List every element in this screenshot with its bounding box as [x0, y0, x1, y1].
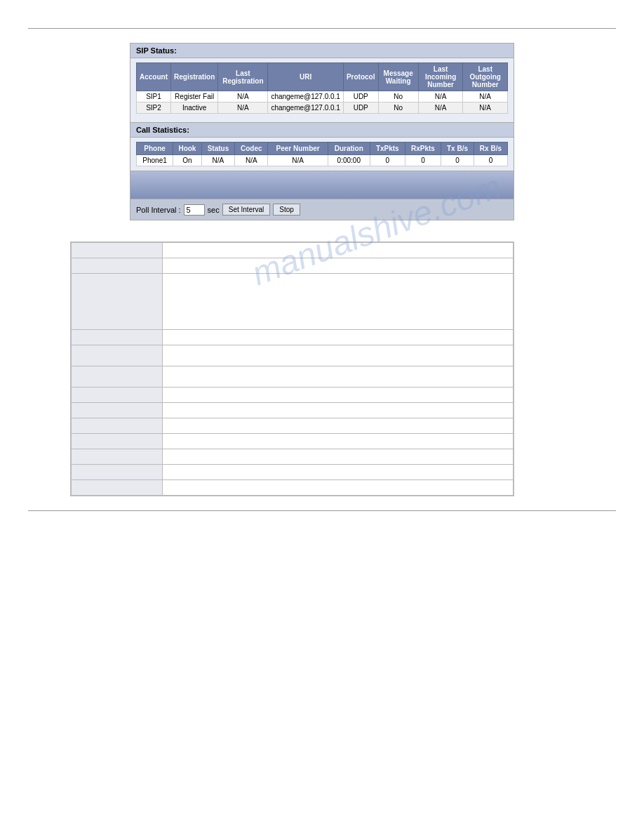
lower-table-cell-left: [72, 345, 163, 366]
call-table-cell: 0:00:00: [328, 155, 370, 166]
lower-table-cell-right: [163, 388, 514, 403]
call-table-cell: 0: [405, 155, 441, 166]
lower-table-cell-right: [163, 274, 514, 330]
sip-col-protocol: Protocol: [343, 63, 378, 91]
lower-table-cell-left: [72, 258, 163, 274]
sip-col-last-incoming: Last Incoming Number: [418, 63, 463, 91]
call-table-cell: 0: [370, 155, 405, 166]
lower-table-row: [72, 243, 514, 258]
sip-table-header-row: Account Registration Last Registration U…: [137, 63, 508, 91]
call-table-cell: Phone1: [137, 155, 173, 166]
lower-table-row: [72, 258, 514, 274]
sip-col-message-waiting: Message Waiting: [378, 63, 418, 91]
call-col-codec: Codec: [235, 143, 268, 155]
stop-button[interactable]: Stop: [273, 204, 300, 216]
sip-table-cell: N/A: [218, 91, 268, 102]
lower-table-row: [72, 274, 514, 330]
lower-table-cell-left: [72, 449, 163, 465]
lower-table-row: [72, 388, 514, 403]
lower-table-row: [72, 418, 514, 434]
lower-table-cell-right: [163, 403, 514, 418]
call-table-cell: On: [173, 155, 202, 166]
call-col-rxbs: Rx B/s: [474, 143, 507, 155]
poll-interval-bar: Poll Interval : sec Set Interval Stop: [130, 199, 514, 220]
lower-table-cell-left: [72, 418, 163, 434]
call-table-row: Phone1OnN/AN/AN/A0:00:000000: [137, 155, 508, 166]
lower-table-cell-left: [72, 330, 163, 345]
sip-table-cell: UDP: [343, 102, 378, 114]
sip-table-container: Account Registration Last Registration U…: [130, 58, 514, 118]
call-col-rxpkts: RxPkts: [405, 143, 441, 155]
sip-col-account: Account: [137, 63, 171, 91]
call-table: Phone Hook Status Codec Peer Number Dura…: [136, 142, 508, 166]
poll-interval-label: Poll Interval :: [136, 206, 181, 214]
sip-table-cell: N/A: [418, 102, 463, 114]
lower-table-row: [72, 480, 514, 496]
lower-table-cell-left: [72, 243, 163, 258]
sip-col-last-outgoing: Last Outgoing Number: [463, 63, 508, 91]
page-container: manualshive.com SIP Status: Account Regi…: [0, 0, 644, 834]
lower-table: [71, 242, 514, 496]
lower-table-cell-right: [163, 480, 514, 496]
lower-table-row: [72, 465, 514, 480]
lower-table-cell-left: [72, 366, 163, 388]
lower-table-row: [72, 434, 514, 449]
poll-interval-unit: sec: [208, 206, 220, 214]
call-statistics-header: Call Statistics:: [130, 122, 514, 138]
blue-gradient-area: [130, 171, 514, 199]
lower-table-cell-right: [163, 258, 514, 274]
lower-table-cell-right: [163, 243, 514, 258]
sip-table-body: SIP1Register FailN/Achangeme@127.0.0.1UD…: [137, 91, 508, 114]
set-interval-button[interactable]: Set Interval: [222, 204, 271, 216]
lower-table-row: [72, 366, 514, 388]
lower-table-row: [72, 403, 514, 418]
sip-table-cell: SIP2: [137, 102, 171, 114]
lower-table-container: [70, 241, 514, 496]
lower-table-cell-right: [163, 418, 514, 434]
lower-table-cell-right: [163, 345, 514, 366]
call-table-cell: N/A: [201, 155, 234, 166]
lower-table-cell-right: [163, 330, 514, 345]
poll-interval-input[interactable]: [184, 204, 205, 216]
sip-table-cell: SIP1: [137, 91, 171, 102]
lower-table-cell-left: [72, 480, 163, 496]
bottom-divider: [28, 510, 616, 511]
lower-table-cell-left: [72, 434, 163, 449]
sip-table-cell: Register Fail: [171, 91, 218, 102]
lower-table-cell-left: [72, 403, 163, 418]
lower-table-row: [72, 345, 514, 366]
sip-table-cell: No: [378, 91, 418, 102]
sip-table-row: SIP1Register FailN/Achangeme@127.0.0.1UD…: [137, 91, 508, 102]
sip-table-cell: UDP: [343, 91, 378, 102]
top-divider: [28, 28, 616, 29]
lower-table-cell-left: [72, 465, 163, 480]
sip-table-cell: N/A: [218, 102, 268, 114]
lower-table-cell-right: [163, 465, 514, 480]
lower-table-body: [72, 243, 514, 496]
lower-table-cell-right: [163, 366, 514, 388]
call-col-peer-number: Peer Number: [268, 143, 328, 155]
call-col-txbs: Tx B/s: [441, 143, 474, 155]
call-table-header-row: Phone Hook Status Codec Peer Number Dura…: [137, 143, 508, 155]
sip-table-row: SIP2InactiveN/Achangeme@127.0.0.1UDPNoN/…: [137, 102, 508, 114]
lower-table-cell-left: [72, 274, 163, 330]
lower-table-row: [72, 330, 514, 345]
sip-col-uri: URI: [268, 63, 344, 91]
call-table-cell: N/A: [235, 155, 268, 166]
lower-table-cell-right: [163, 449, 514, 465]
sip-col-registration: Registration: [171, 63, 218, 91]
sip-table-cell: N/A: [463, 91, 508, 102]
call-table-cell: N/A: [268, 155, 328, 166]
sip-table-cell: N/A: [463, 102, 508, 114]
call-table-cell: 0: [474, 155, 507, 166]
call-col-phone: Phone: [137, 143, 173, 155]
sip-table: Account Registration Last Registration U…: [136, 62, 508, 114]
call-table-cell: 0: [441, 155, 474, 166]
sip-table-cell: Inactive: [171, 102, 218, 114]
call-col-status: Status: [201, 143, 234, 155]
sip-table-cell: changeme@127.0.0.1: [268, 102, 344, 114]
lower-table-cell-right: [163, 434, 514, 449]
sip-table-cell: No: [378, 102, 418, 114]
call-col-duration: Duration: [328, 143, 370, 155]
sip-col-last-registration: Last Registration: [218, 63, 268, 91]
